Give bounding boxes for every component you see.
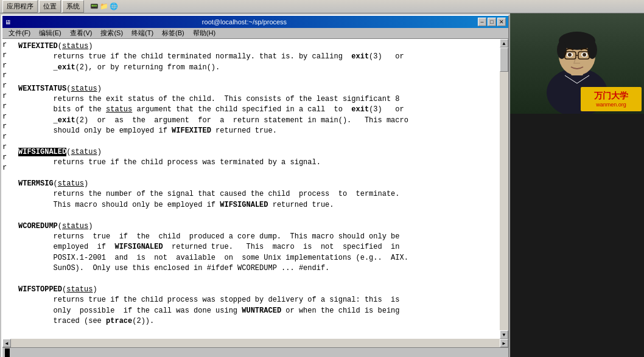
man-blank — [18, 274, 496, 285]
svg-point-7 — [568, 53, 572, 57]
param-status: status — [71, 148, 97, 156]
man-line: WSTOPSIG(status) — [18, 338, 496, 339]
man-line: traced (see ptrace(2)). — [18, 316, 496, 327]
video-side — [510, 114, 644, 357]
man-line: POSIX.1-2001 and is not available on som… — [18, 253, 496, 263]
sidebar-char: r — [2, 132, 15, 142]
param-status: status — [62, 42, 88, 50]
logo-area: 万门大学 wanmen.org — [581, 87, 642, 111]
man-line: WEXITSTATUS(status) — [18, 84, 496, 94]
menu-help[interactable]: 帮助(H) — [189, 28, 219, 38]
man-line: only possible if the call was done using… — [18, 306, 496, 316]
sidebar-char: r — [2, 102, 15, 112]
bold-exit2b: _exit — [54, 116, 75, 125]
man-line: SunOS). Only use this enclosed in #ifdef… — [18, 263, 496, 274]
taskbar-browser-icon[interactable]: 🌐 — [110, 2, 118, 10]
sidebar-char: r — [2, 81, 15, 91]
video-feed: 万门大学 wanmen.org — [510, 13, 644, 114]
menu-edit[interactable]: 编辑(E) — [35, 28, 65, 38]
param-status: status — [66, 285, 93, 294]
man-blank — [18, 168, 496, 179]
line-sidebar: r r r r r r r r r r r r r — [2, 39, 15, 339]
scroll-track[interactable] — [500, 47, 508, 330]
man-line: bits of the status argument that the chi… — [18, 105, 496, 115]
sidebar-char: r — [2, 142, 15, 153]
logo-english: wanmen.org — [596, 102, 626, 108]
bold-wifsignaled: WIFSIGNALED — [220, 201, 268, 209]
param-status: status — [58, 338, 84, 339]
sidebar-char: r — [2, 112, 15, 122]
man-line: employed if WIFSIGNALED returned true. T… — [18, 242, 496, 252]
man-line: WIFSTOPPED(status) — [18, 285, 496, 295]
man-line: This macro should only be employed if WI… — [18, 200, 496, 210]
menu-terminal[interactable]: 终端(T) — [128, 28, 157, 38]
param-status: status — [58, 179, 84, 188]
underline-status: status — [106, 105, 132, 114]
man-blank — [18, 210, 496, 221]
content-area: r r r r r r r r r r r r r WIFEXITED(stat… — [2, 39, 508, 339]
sidebar-char: r — [2, 40, 15, 50]
func-wstopsig: WSTOPSIG — [18, 338, 54, 339]
menu-search[interactable]: 搜索(S) — [97, 28, 127, 38]
window-icon: 🖥 — [5, 19, 11, 26]
close-button[interactable]: ✕ — [497, 18, 506, 26]
scroll-up-button[interactable]: ▲ — [500, 39, 508, 47]
svg-point-9 — [583, 53, 586, 57]
func-wtermsig: WTERMSIG — [18, 179, 54, 188]
highlight-wifsignaled: WIFSIGNALED — [18, 148, 66, 156]
window-controls-right[interactable]: – □ ✕ — [478, 18, 506, 26]
main-area: 🖥 root@localhost:~/sp/process – □ ✕ 文件(F… — [0, 13, 644, 357]
man-blank — [18, 73, 496, 83]
func-wexitstatus: WEXITSTATUS — [18, 85, 66, 93]
sidebar-char: r — [2, 122, 15, 132]
menu-file[interactable]: 文件(F) — [5, 28, 34, 38]
man-line: should only be employed if WIFEXITED ret… — [18, 126, 496, 136]
man-blank — [18, 327, 496, 338]
sidebar-char: r — [2, 50, 15, 61]
scroll-right-button[interactable]: ▶ — [500, 339, 508, 347]
man-line: returns true if the child terminated nor… — [18, 52, 496, 62]
window-controls-left: 🖥 — [5, 19, 11, 26]
sidebar-char: r — [2, 163, 15, 173]
menu-tabs[interactable]: 标签(B) — [158, 28, 188, 38]
param-status: status — [71, 85, 97, 93]
minimize-button[interactable]: – — [478, 18, 486, 26]
scroll-thumb[interactable] — [500, 47, 508, 72]
man-line: returns the exit status of the child. Th… — [18, 94, 496, 105]
menu-view[interactable]: 查看(V) — [66, 28, 96, 38]
bold-ptrace: ptrace — [106, 317, 132, 325]
terminal-window: 🖥 root@localhost:~/sp/process – □ ✕ 文件(F… — [1, 15, 509, 357]
func-wcoredump: WCOREDUMP — [18, 222, 58, 230]
man-line: WIFEXITED(status) — [18, 41, 496, 52]
menu-bar: 文件(F) 编辑(E) 查看(V) 搜索(S) 终端(T) 标签(B) 帮助(H… — [2, 28, 508, 39]
func-wifstopped: WIFSTOPPED — [18, 285, 62, 294]
scroll-down-button[interactable]: ▼ — [500, 330, 508, 339]
man-line: WTERMSIG(status) — [18, 179, 496, 189]
taskbar-terminal-icon[interactable]: 📟 — [90, 2, 99, 10]
status-bar — [2, 347, 508, 357]
sidebar-char: r — [2, 91, 15, 102]
taskbar-items: 应用程序 位置 系统 📟 📁 🌐 — [2, 0, 118, 13]
logo-chinese: 万门大学 — [594, 91, 628, 102]
param-status: status — [62, 222, 88, 230]
bold-exit3: exit — [351, 52, 369, 61]
man-line: returns the number of the signal that ca… — [18, 189, 496, 199]
hscroll-track[interactable] — [11, 339, 500, 347]
taskbar-app-system[interactable]: 系统 — [62, 0, 84, 13]
man-line: returns true if the child produced a cor… — [18, 232, 496, 242]
sidebar-char: r — [2, 153, 15, 163]
man-line: returns true if the child process was te… — [18, 158, 496, 168]
horizontal-scrollbar[interactable]: ◀ ▶ — [2, 339, 508, 347]
bold-wifsignaled2: WIFSIGNALED — [114, 243, 163, 251]
taskbar-folder-icon[interactable]: 📁 — [100, 2, 108, 10]
scroll-left-button[interactable]: ◀ — [2, 339, 11, 347]
taskbar-app-places[interactable]: 位置 — [39, 0, 61, 13]
vertical-scrollbar[interactable]: ▲ ▼ — [500, 39, 508, 339]
man-line: WIFSIGNALED(status) — [18, 147, 496, 158]
sidebar-char: r — [2, 61, 15, 71]
bold-exit3b: exit — [351, 105, 369, 114]
man-line: _exit(2) or as the argument for a return… — [18, 116, 496, 126]
terminal-content[interactable]: WIFEXITED(status) returns true if the ch… — [15, 39, 500, 339]
taskbar-app-programs[interactable]: 应用程序 — [2, 0, 38, 13]
maximize-button[interactable]: □ — [488, 18, 496, 26]
